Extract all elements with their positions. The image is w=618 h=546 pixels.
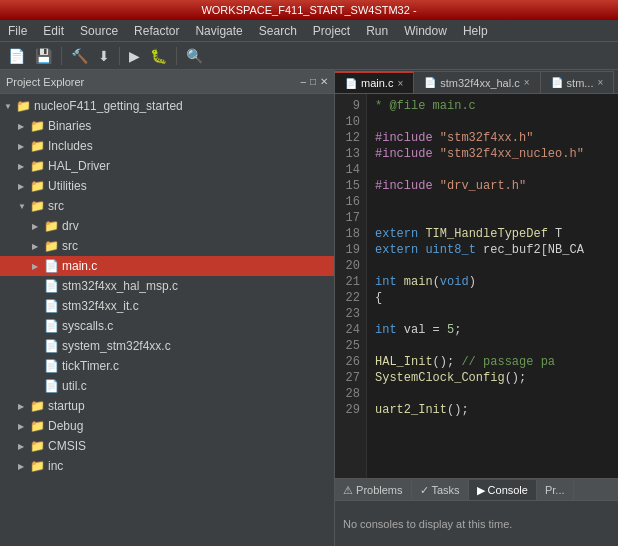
- menu-item-source[interactable]: Source: [72, 22, 126, 40]
- tree-label-util: util.c: [62, 379, 87, 393]
- tree-icon-cmsis: 📁: [30, 439, 45, 453]
- project-explorer-panel: Project Explorer – □ ✕ ▼📁 nucleoF411_get…: [0, 70, 335, 546]
- tree-item-includes[interactable]: ▶📁 Includes: [0, 136, 334, 156]
- code-line-17: SystemClock_Config();: [375, 370, 610, 386]
- code-line-9: extern uint8_t rec_buf2[NB_CA: [375, 242, 610, 258]
- toolbar-btn-new[interactable]: 📄: [4, 46, 29, 66]
- tree-item-src[interactable]: ▼📁 src: [0, 196, 334, 216]
- tree-item-tickTimer[interactable]: 📄 tickTimer.c: [0, 356, 334, 376]
- tree-icon-utilities: 📁: [30, 179, 45, 193]
- tree-icon-includes: 📁: [30, 139, 45, 153]
- main-area: Project Explorer – □ ✕ ▼📁 nucleoF411_get…: [0, 70, 618, 546]
- tree-label-startup: startup: [48, 399, 85, 413]
- menu-item-edit[interactable]: Edit: [35, 22, 72, 40]
- code-line-14: int val = 5;: [375, 322, 610, 338]
- tree-label-syscalls: syscalls.c: [62, 319, 113, 333]
- menu-item-search[interactable]: Search: [251, 22, 305, 40]
- bottom-tab-tasks[interactable]: ✓ Tasks: [412, 480, 469, 500]
- panel-close-btn[interactable]: ✕: [320, 76, 328, 87]
- tree-item-src_src[interactable]: ▶📁 src: [0, 236, 334, 256]
- toolbar-btn-search[interactable]: 🔍: [182, 46, 207, 66]
- line-num-0: 9: [341, 98, 360, 114]
- tree-item-inc[interactable]: ▶📁 inc: [0, 456, 334, 476]
- tree-icon-startup: 📁: [30, 399, 45, 413]
- tree-label-src_src: src: [62, 239, 78, 253]
- tree-icon-syscalls: 📄: [44, 319, 59, 333]
- editor-panel: 📄main.c×📄stm32f4xx_hal.c×📄stm...× 910121…: [335, 70, 618, 546]
- line-num-6: 16: [341, 194, 360, 210]
- tree-label-binaries: Binaries: [48, 119, 91, 133]
- tab-close-0[interactable]: ×: [397, 78, 403, 89]
- tab-close-2[interactable]: ×: [597, 77, 603, 88]
- project-tree: ▼📁 nucleoF411_getting_started▶📁 Binaries…: [0, 94, 334, 546]
- code-line-5: #include "drv_uart.h": [375, 178, 610, 194]
- tree-item-syscalls[interactable]: 📄 syscalls.c: [0, 316, 334, 336]
- menu-bar: FileEditSourceRefactorNavigateSearchProj…: [0, 20, 618, 42]
- line-num-18: 28: [341, 386, 360, 402]
- tree-item-hal_driver[interactable]: ▶📁 HAL_Driver: [0, 156, 334, 176]
- tree-label-src: src: [48, 199, 64, 213]
- line-num-9: 19: [341, 242, 360, 258]
- editor-tab-1[interactable]: 📄stm32f4xx_hal.c×: [414, 71, 540, 93]
- tree-item-root[interactable]: ▼📁 nucleoF411_getting_started: [0, 96, 334, 116]
- toolbar-btn-5[interactable]: ▶: [125, 46, 144, 66]
- tree-item-utilities[interactable]: ▶📁 Utilities: [0, 176, 334, 196]
- tree-item-startup[interactable]: ▶📁 startup: [0, 396, 334, 416]
- panel-min-btn[interactable]: –: [300, 76, 306, 87]
- code-line-4: [375, 162, 610, 178]
- tree-item-cmsis[interactable]: ▶📁 CMSIS: [0, 436, 334, 456]
- menu-item-file[interactable]: File: [0, 22, 35, 40]
- code-line-3: #include "stm32f4xx_nucleo.h": [375, 146, 610, 162]
- tree-item-debug[interactable]: ▶📁 Debug: [0, 416, 334, 436]
- bottom-tab-problems[interactable]: ⚠ Problems: [335, 480, 412, 500]
- tree-label-inc: inc: [48, 459, 63, 473]
- line-num-19: 29: [341, 402, 360, 418]
- code-line-10: [375, 258, 610, 274]
- tree-label-debug: Debug: [48, 419, 83, 433]
- tree-icon-root: 📁: [16, 99, 31, 113]
- tree-icon-stm32f4xx_hal_msp: 📄: [44, 279, 59, 293]
- tree-icon-main_c: 📄: [44, 259, 59, 273]
- bottom-content: No consoles to display at this time.: [335, 501, 618, 546]
- tree-item-system_stm32f4xx[interactable]: 📄 system_stm32f4xx.c: [0, 336, 334, 356]
- menu-item-navigate[interactable]: Navigate: [187, 22, 250, 40]
- bottom-tab-console[interactable]: ▶ Console: [469, 480, 537, 500]
- menu-item-window[interactable]: Window: [396, 22, 455, 40]
- code-line-1: [375, 114, 610, 130]
- editor-tab-2[interactable]: 📄stm...×: [541, 71, 615, 93]
- tree-label-hal_driver: HAL_Driver: [48, 159, 110, 173]
- toolbar-btn-3[interactable]: 🔨: [67, 46, 92, 66]
- line-num-16: 26: [341, 354, 360, 370]
- tree-item-binaries[interactable]: ▶📁 Binaries: [0, 116, 334, 136]
- tree-item-main_c[interactable]: ▶📄 main.c: [0, 256, 334, 276]
- tree-label-system_stm32f4xx: system_stm32f4xx.c: [62, 339, 171, 353]
- toolbar-btn-4[interactable]: ⬇: [94, 46, 114, 66]
- code-line-12: {: [375, 290, 610, 306]
- menu-item-help[interactable]: Help: [455, 22, 496, 40]
- menu-item-refactor[interactable]: Refactor: [126, 22, 187, 40]
- editor-tab-0[interactable]: 📄main.c×: [335, 71, 414, 93]
- menu-item-project[interactable]: Project: [305, 22, 358, 40]
- toolbar-btn-2[interactable]: 💾: [31, 46, 56, 66]
- tree-item-stm32f4xx_hal_msp[interactable]: 📄 stm32f4xx_hal_msp.c: [0, 276, 334, 296]
- tab-close-1[interactable]: ×: [524, 77, 530, 88]
- code-line-13: [375, 306, 610, 322]
- tree-item-src_drv[interactable]: ▶📁 drv: [0, 216, 334, 236]
- line-num-1: 10: [341, 114, 360, 130]
- code-line-8: extern TIM_HandleTypeDef T: [375, 226, 610, 242]
- bottom-tab-pr[interactable]: Pr...: [537, 480, 574, 500]
- line-num-10: 20: [341, 258, 360, 274]
- tree-icon-hal_driver: 📁: [30, 159, 45, 173]
- panel-max-btn[interactable]: □: [310, 76, 316, 87]
- tree-item-util[interactable]: 📄 util.c: [0, 376, 334, 396]
- tree-icon-debug: 📁: [30, 419, 45, 433]
- tree-icon-src_drv: 📁: [44, 219, 59, 233]
- menu-item-run[interactable]: Run: [358, 22, 396, 40]
- code-line-18: [375, 386, 610, 402]
- tree-item-stm32f4xx_it[interactable]: 📄 stm32f4xx_it.c: [0, 296, 334, 316]
- line-num-2: 12: [341, 130, 360, 146]
- toolbar-btn-debug[interactable]: 🐛: [146, 46, 171, 66]
- line-num-15: 25: [341, 338, 360, 354]
- tree-label-stm32f4xx_hal_msp: stm32f4xx_hal_msp.c: [62, 279, 178, 293]
- tree-label-utilities: Utilities: [48, 179, 87, 193]
